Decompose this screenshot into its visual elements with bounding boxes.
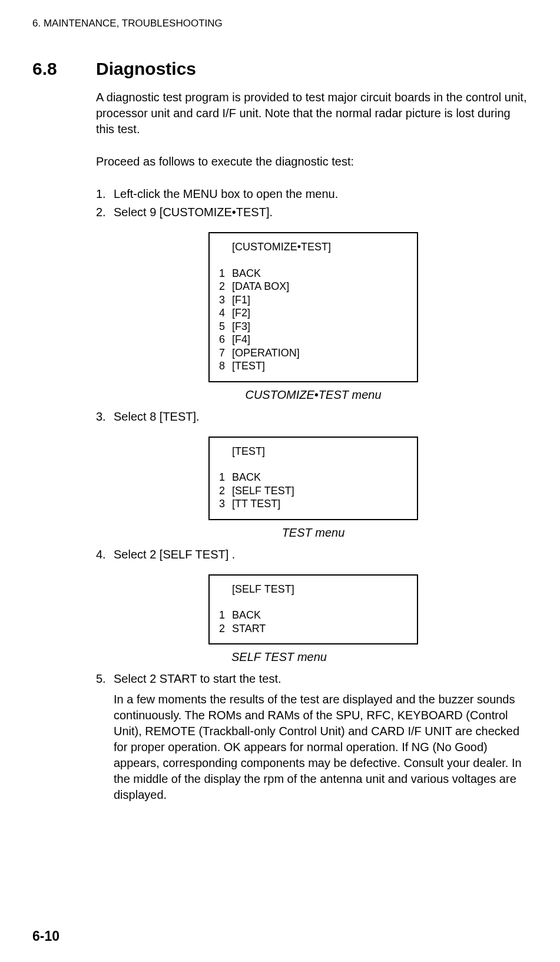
step-5: 5. Select 2 START to start the test. <box>96 671 531 687</box>
menu-item: 2START <box>219 622 407 636</box>
menu-item-number: 1 <box>219 471 232 484</box>
menu-item-number: 8 <box>219 359 232 373</box>
menu-item: 1BACK <box>219 267 407 280</box>
menu-item: 3[TT TEST] <box>219 497 407 511</box>
menu-item-label: [SELF TEST] <box>232 484 294 498</box>
menu-item-number: 2 <box>219 622 232 636</box>
menu-title: [TEST] <box>232 445 407 458</box>
step-text: Select 2 [SELF TEST] . <box>114 547 531 563</box>
steps-list: 1. Left-click the MENU box to open the m… <box>96 186 531 220</box>
menu-item: 7[OPERATION] <box>219 346 407 360</box>
step-number: 2. <box>96 204 114 220</box>
intro-paragraph: A diagnostic test program is provided to… <box>96 90 531 137</box>
menu-item: 4[F2] <box>219 306 407 320</box>
menu-item-number: 3 <box>219 293 232 307</box>
menu-item-label: [DATA BOX] <box>232 280 289 293</box>
menu-item-label: [F2] <box>232 306 250 320</box>
menu-item-number: 6 <box>219 333 232 346</box>
step-number: 5. <box>96 671 114 687</box>
menu-item: 3[F1] <box>219 293 407 307</box>
step-3: 3. Select 8 [TEST]. <box>96 409 531 425</box>
section-number: 6.8 <box>32 59 96 79</box>
step-1: 1. Left-click the MENU box to open the m… <box>96 186 531 202</box>
menu-item-label: [TEST] <box>232 359 265 373</box>
menu-item: 2[DATA BOX] <box>219 280 407 293</box>
step-text: Left-click the MENU box to open the menu… <box>114 186 531 202</box>
menu-caption: CUSTOMIZE•TEST menu <box>96 387 531 403</box>
step-number: 1. <box>96 186 114 202</box>
menu-item: 6[F4] <box>219 333 407 346</box>
step-number: 3. <box>96 409 114 425</box>
menu-title: [CUSTOMIZE•TEST] <box>232 240 407 254</box>
menu-item-label: [F3] <box>232 320 250 333</box>
result-paragraph: In a few moments the results of the test… <box>114 692 531 803</box>
menu-item-number: 1 <box>219 609 232 622</box>
menu-item-number: 2 <box>219 484 232 498</box>
body: A diagnostic test program is provided to… <box>96 90 531 803</box>
menu-caption: SELF TEST menu <box>231 649 531 665</box>
menu-item-number: 3 <box>219 497 232 511</box>
menu-item-label: [OPERATION] <box>232 346 300 360</box>
menu-item-label: START <box>232 622 266 636</box>
proceed-paragraph: Proceed as follows to execute the diagno… <box>96 154 531 170</box>
section-title: Diagnostics <box>96 59 196 79</box>
step-4: 4. Select 2 [SELF TEST] . <box>96 547 531 563</box>
step-text: Select 8 [TEST]. <box>114 409 531 425</box>
page: 6. MAINTENANCE, TROUBLESHOOTING 6.8 Diag… <box>0 0 560 962</box>
menu-item-number: 1 <box>219 267 232 280</box>
menu-item-label: BACK <box>232 267 261 280</box>
menu-title: [SELF TEST] <box>232 583 407 596</box>
menu-item: 1BACK <box>219 471 407 484</box>
self-test-menu: [SELF TEST] 1BACK 2START <box>208 574 418 645</box>
menu-item: 1BACK <box>219 609 407 622</box>
menu-item-label: [F1] <box>232 293 250 307</box>
menu-item: 2[SELF TEST] <box>219 484 407 498</box>
section-heading: 6.8 Diagnostics <box>32 59 531 79</box>
step-2: 2. Select 9 [CUSTOMIZE•TEST]. <box>96 204 531 220</box>
test-menu: [TEST] 1BACK 2[SELF TEST] 3[TT TEST] <box>208 437 418 520</box>
menu-item: 8[TEST] <box>219 359 407 373</box>
menu-item-number: 5 <box>219 320 232 333</box>
page-header: 6. MAINTENANCE, TROUBLESHOOTING <box>32 18 531 29</box>
menu-caption: TEST menu <box>96 525 531 541</box>
menu-item-number: 7 <box>219 346 232 360</box>
step-text: Select 9 [CUSTOMIZE•TEST]. <box>114 204 531 220</box>
menu-item-label: BACK <box>232 609 261 622</box>
menu-item-number: 4 <box>219 306 232 320</box>
menu-item-number: 2 <box>219 280 232 293</box>
step-number: 4. <box>96 547 114 563</box>
menu-item-label: [F4] <box>232 333 250 346</box>
menu-item: 5[F3] <box>219 320 407 333</box>
customize-test-menu: [CUSTOMIZE•TEST] 1BACK 2[DATA BOX] 3[F1]… <box>208 232 418 382</box>
page-number: 6-10 <box>32 928 59 944</box>
menu-item-label: BACK <box>232 471 261 484</box>
step-text: Select 2 START to start the test. <box>114 671 531 687</box>
menu-item-label: [TT TEST] <box>232 497 280 511</box>
